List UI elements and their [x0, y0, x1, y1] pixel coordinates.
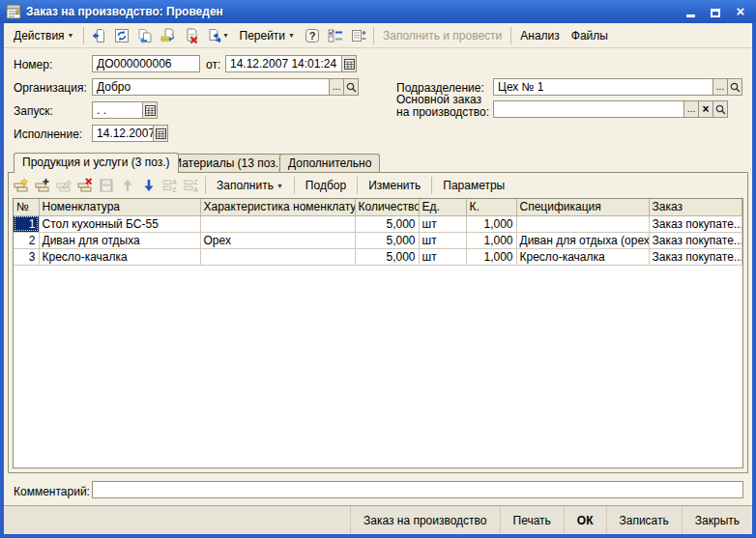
- close-button[interactable]: ×: [733, 5, 748, 18]
- table-cell[interactable]: 5,000: [355, 248, 419, 265]
- tab-products-services[interactable]: Продукция и услуги (3 поз.): [14, 153, 179, 173]
- clear-icon: ×: [702, 104, 709, 114]
- parameters-label: Параметры: [443, 179, 505, 192]
- main-order-select-button[interactable]: ...: [683, 100, 699, 118]
- tab-additional[interactable]: Дополнительно: [279, 154, 380, 173]
- change-button[interactable]: Изменить: [361, 177, 428, 194]
- toolbar-separator: [205, 177, 206, 194]
- calendar-icon: [156, 128, 166, 139]
- refresh-button[interactable]: [110, 25, 133, 46]
- actions-label: Действия: [14, 29, 65, 42]
- column-header: Ед.: [419, 199, 466, 215]
- table-cell[interactable]: Заказ покупате...: [649, 215, 742, 232]
- tab-label: Дополнительно: [288, 156, 371, 170]
- move-up-button[interactable]: [117, 176, 138, 195]
- fill-and-post-label: Заполнить и провести: [383, 29, 502, 42]
- products-tab-panel: AZ ZA Заполнить ▼ Подбор: [8, 172, 748, 473]
- table-cell[interactable]: 1,000: [466, 248, 516, 265]
- ok-button[interactable]: ОК: [564, 506, 606, 534]
- goto-button[interactable]: Перейти ▼: [234, 26, 302, 45]
- table-cell[interactable]: 1: [14, 215, 39, 232]
- close-form-button[interactable]: Закрыть: [682, 506, 752, 534]
- cancel-posting-button[interactable]: [180, 25, 203, 46]
- sort-descending-button[interactable]: ZA: [181, 176, 202, 195]
- actions-button[interactable]: Действия ▼: [8, 26, 80, 45]
- copy-document-button[interactable]: [133, 25, 157, 46]
- list-settings-button[interactable]: [347, 25, 370, 46]
- table-cell[interactable]: шт: [419, 215, 466, 232]
- execution-calendar-button[interactable]: [153, 125, 168, 142]
- sort-ascending-button[interactable]: AZ: [160, 176, 181, 195]
- table-cell[interactable]: шт: [419, 248, 466, 265]
- production-order-print-form-button[interactable]: Заказ на производство: [350, 506, 500, 534]
- department-field[interactable]: Цех № 1: [493, 78, 713, 96]
- fill-button[interactable]: Заполнить ▼: [209, 177, 291, 194]
- department-open-button[interactable]: [727, 78, 742, 96]
- department-select-button[interactable]: ...: [712, 78, 728, 96]
- print-button[interactable]: Печать: [500, 506, 564, 534]
- footer-button-label: ОК: [577, 514, 594, 527]
- analysis-button[interactable]: Анализ: [514, 26, 566, 45]
- help-button[interactable]: ?: [301, 25, 324, 46]
- minimize-button[interactable]: [683, 5, 698, 18]
- tab-materials[interactable]: Материалы (13 поз.): [163, 154, 291, 173]
- move-down-button[interactable]: [138, 176, 160, 195]
- main-order-open-button[interactable]: [712, 100, 728, 118]
- launch-calendar-button[interactable]: [142, 101, 158, 119]
- fill-and-post-button[interactable]: Заполнить и провести: [377, 26, 508, 45]
- tab-label: Материалы (13 поз.): [172, 156, 282, 170]
- execution-field[interactable]: 14.12.2007: [92, 125, 154, 142]
- table-cell[interactable]: Диван для отдыха (орех): [516, 232, 649, 248]
- add-row-button[interactable]: [11, 176, 32, 195]
- svg-text:A: A: [173, 179, 178, 185]
- table-cell[interactable]: 1,000: [466, 215, 516, 232]
- comment-field[interactable]: [92, 481, 743, 498]
- table-cell[interactable]: 5,000: [355, 232, 419, 248]
- date-field[interactable]: 14.12.2007 14:01:24: [225, 55, 342, 72]
- post-document-button[interactable]: [157, 25, 180, 46]
- main-order-field[interactable]: [493, 100, 684, 118]
- delete-row-button[interactable]: [74, 176, 96, 195]
- organization-field[interactable]: Добро: [92, 78, 330, 96]
- table-cell[interactable]: Кресло-качалка: [39, 248, 200, 265]
- finish-edit-button[interactable]: [96, 176, 117, 195]
- number-field[interactable]: ДО000000006: [92, 55, 200, 72]
- table-cell[interactable]: 2: [14, 232, 39, 248]
- goto-label: Перейти: [240, 29, 286, 42]
- table-cell[interactable]: Заказ покупате...: [649, 232, 742, 248]
- products-grid: №НоменклатураХарактеристика номенклату..…: [13, 198, 743, 468]
- pick-button[interactable]: Подбор: [298, 177, 354, 194]
- table-cell[interactable]: 1,000: [466, 232, 516, 248]
- organization-select-button[interactable]: ...: [329, 78, 344, 96]
- table-cell[interactable]: Стол кухонный БС-55: [39, 215, 200, 232]
- organization-open-button[interactable]: [343, 78, 359, 96]
- maximize-button[interactable]: [708, 5, 723, 18]
- pick-label: Подбор: [305, 179, 346, 192]
- table-cell[interactable]: Заказ покупате...: [649, 248, 742, 265]
- date-calendar-button[interactable]: [341, 55, 357, 72]
- table-cell[interactable]: Кресло-качалка: [516, 248, 649, 265]
- settings-structure-button[interactable]: [324, 25, 347, 46]
- sort-ascending-icon: AZ: [162, 178, 178, 193]
- table-cell[interactable]: [200, 248, 355, 265]
- edit-row-button[interactable]: [53, 176, 74, 195]
- create-based-on-button[interactable]: ▼: [203, 25, 234, 46]
- files-button[interactable]: Файлы: [566, 26, 614, 45]
- table-cell[interactable]: 3: [14, 248, 39, 265]
- main-order-clear-button[interactable]: ×: [698, 100, 713, 118]
- save-button[interactable]: Записать: [606, 506, 682, 534]
- application-window: Заказ на производство: Проведен × Действ…: [0, 0, 756, 538]
- table-cell[interactable]: Орех: [200, 232, 355, 248]
- svg-text:?: ?: [309, 30, 316, 42]
- table-cell[interactable]: [200, 215, 355, 232]
- table-cell[interactable]: шт: [419, 232, 466, 248]
- table-cell[interactable]: [516, 215, 649, 232]
- parameters-button[interactable]: Параметры: [435, 177, 512, 194]
- copy-row-button[interactable]: [32, 176, 53, 195]
- launch-field[interactable]: . .: [92, 101, 143, 119]
- list-settings-icon: [351, 28, 366, 43]
- dropdown-icon: ▼: [68, 32, 74, 39]
- table-cell[interactable]: Диван для отдыха: [39, 232, 200, 248]
- reread-button[interactable]: [87, 25, 110, 46]
- table-cell[interactable]: 5,000: [355, 215, 419, 232]
